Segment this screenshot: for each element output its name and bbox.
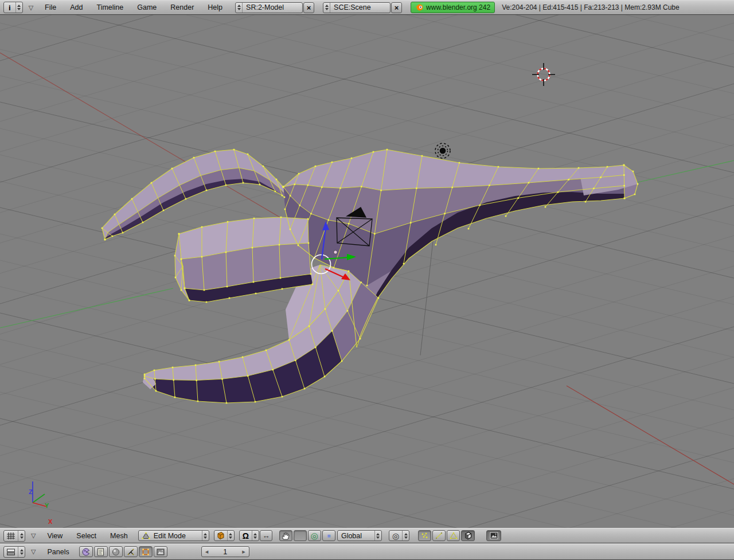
vertex-select-button[interactable] <box>418 530 431 541</box>
rotate-manipulator-icon: ◎ <box>311 531 318 540</box>
pivot-stepper[interactable] <box>252 531 259 541</box>
editing-icon <box>142 548 150 556</box>
menu-view[interactable]: View <box>40 532 69 540</box>
window-type-stepper-3d[interactable] <box>18 531 25 541</box>
render-image-icon <box>490 532 498 539</box>
lamp-object[interactable] <box>435 143 450 158</box>
shading-context-button[interactable] <box>109 546 123 557</box>
panels-menu[interactable]: Panels <box>40 548 76 556</box>
mesh-cube-editmode[interactable] <box>101 149 639 404</box>
menu-add[interactable]: Add <box>63 3 89 11</box>
scene-stepper[interactable] <box>323 3 330 13</box>
logic-icon <box>82 548 90 556</box>
menu-game[interactable]: Game <box>130 3 163 11</box>
version-badge-text: www.blender.org 242 <box>426 3 490 11</box>
logic-context-button[interactable] <box>79 546 93 557</box>
blender-version-badge[interactable]: www.blender.org 242 <box>411 2 495 13</box>
script-icon <box>97 548 104 556</box>
gizmo-x-label: X <box>48 518 52 525</box>
hand-icon <box>282 532 290 540</box>
rotate-manipulator-button[interactable]: ◎ <box>308 530 321 541</box>
scene-selector-value: SCE:Scene <box>330 3 390 11</box>
scene-icon <box>157 549 165 555</box>
face-select-icon <box>450 532 458 539</box>
scene-context-button[interactable] <box>154 546 167 557</box>
manipulator-toggle-button[interactable] <box>279 530 292 541</box>
edge-select-button[interactable] <box>432 530 446 541</box>
pivot-selector[interactable]: Ω <box>239 530 259 541</box>
render-preview-button[interactable] <box>486 530 501 541</box>
menu-render[interactable]: Render <box>163 3 201 11</box>
menu-help[interactable]: Help <box>201 3 229 11</box>
falloff-icon: ◎ <box>389 532 402 540</box>
collapse-menu-icon[interactable]: ▽ <box>29 4 33 11</box>
mode-stepper[interactable] <box>202 531 209 541</box>
draw-type-stepper[interactable] <box>227 531 234 541</box>
scale-manipulator-icon: ■ <box>327 533 330 539</box>
scene-close-icon[interactable]: × <box>391 2 402 13</box>
collapse-menu-icon-buttons[interactable]: ▽ <box>31 548 36 555</box>
mode-selector[interactable]: Edit Mode <box>138 530 209 541</box>
orientation-stepper[interactable] <box>374 531 381 541</box>
screen-selector[interactable]: SR:2-Model <box>235 2 303 13</box>
frame-prev-icon[interactable]: ◂ <box>205 548 209 555</box>
draw-type-selector[interactable] <box>214 530 235 541</box>
frame-next-icon[interactable]: ▸ <box>242 548 245 555</box>
buttons-window-icon <box>6 548 15 556</box>
top-header: i ▽ File Add Timeline Game Render Help S… <box>0 0 734 15</box>
view3d-header: ▽ View Select Mesh Edit Mode Ω ↔ ◎ <box>0 528 734 543</box>
object-icon <box>127 548 135 556</box>
occlude-cube-icon <box>464 531 473 540</box>
window-type-stepper-buttons[interactable] <box>18 547 25 557</box>
translate-manipulator-button[interactable] <box>294 530 307 541</box>
window-type-selector-3d[interactable] <box>3 530 25 542</box>
shading-icon <box>112 548 120 556</box>
scene-statistics: Ve:204-204 | Ed:415-415 | Fa:213-213 | M… <box>502 3 680 11</box>
object-context-button[interactable] <box>124 546 138 557</box>
blender-logo-icon <box>415 3 423 11</box>
frame-number-stepper[interactable]: ◂ 1 ▸ <box>201 546 249 557</box>
viewport-3d[interactable] <box>0 15 734 528</box>
solid-draw-icon <box>216 531 225 540</box>
menu-select[interactable]: Select <box>69 532 103 540</box>
gizmo-y-label: Y <box>45 502 49 509</box>
view3d-window-icon <box>6 532 15 540</box>
collapse-menu-icon-3d[interactable]: ▽ <box>31 532 36 539</box>
face-select-button[interactable] <box>447 530 460 541</box>
window-type-selector[interactable]: i <box>3 2 23 13</box>
falloff-stepper[interactable] <box>402 531 409 541</box>
menu-timeline[interactable]: Timeline <box>90 3 131 11</box>
screen-stepper[interactable] <box>236 3 243 13</box>
gizmo-z-label: Z <box>29 488 33 495</box>
editing-context-button[interactable] <box>139 546 153 557</box>
orientation-selector[interactable]: Global <box>337 530 382 541</box>
screen-selector-value: SR:2-Model <box>243 3 302 11</box>
scale-manipulator-button[interactable]: ■ <box>322 530 335 541</box>
window-type-stepper[interactable] <box>15 2 22 13</box>
menu-file[interactable]: File <box>38 3 63 11</box>
info-window-icon: i <box>4 3 15 12</box>
mode-selector-value: Edit Mode <box>150 532 202 540</box>
vertex-select-icon <box>421 532 428 539</box>
window-type-selector-buttons[interactable] <box>3 546 25 558</box>
occlude-geometry-button[interactable] <box>461 530 475 541</box>
object-center-dot <box>334 250 337 254</box>
orientation-value: Global <box>338 532 374 540</box>
buttons-window-header: ▽ Panels <box>0 543 734 560</box>
editmode-icon <box>142 532 150 539</box>
proportional-edit-button[interactable]: ↔ <box>260 530 272 541</box>
scene-selector[interactable]: SCE:Scene <box>323 2 391 13</box>
menu-mesh[interactable]: Mesh <box>103 532 135 540</box>
falloff-selector[interactable]: ◎ <box>389 530 409 541</box>
edge-select-icon <box>435 532 443 539</box>
screen-close-icon[interactable]: × <box>303 2 314 13</box>
frame-number-value: 1 <box>220 548 231 556</box>
script-context-button[interactable] <box>94 546 108 557</box>
proportional-edit-icon: ↔ <box>262 532 270 539</box>
pivot-icon: Ω <box>240 532 252 540</box>
